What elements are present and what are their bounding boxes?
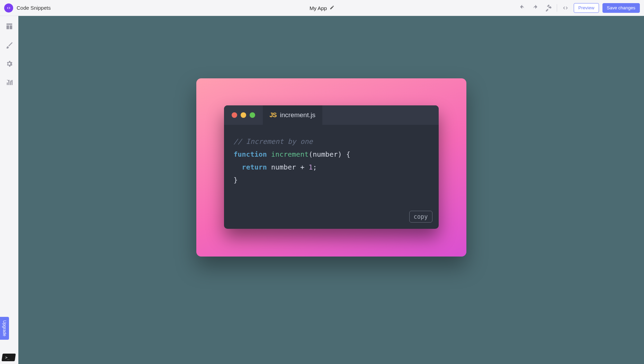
kw-return: return [242,163,267,171]
param: number [313,150,338,158]
brush-icon[interactable] [4,40,15,51]
code-window: JS increment.js // Increment by one func… [224,105,439,229]
return-lhs: number [271,163,296,171]
analytics-icon[interactable] [4,77,15,88]
code-body[interactable]: // Increment by one function increment(n… [224,125,439,229]
op-plus: + [296,163,308,171]
traffic-light-zoom-icon [250,112,255,118]
paren-open: ( [308,150,313,158]
file-name: increment.js [280,111,315,119]
save-button[interactable]: Save changes [602,3,640,13]
hammer-button[interactable] [544,3,553,13]
window-traffic-lights [232,112,255,118]
app-title: Code Snippets [17,5,51,11]
toolbar-divider [557,4,557,12]
num-one: 1 [308,163,313,171]
paren-close-brace: ) { [338,150,350,158]
kw-function: function [234,150,267,158]
design-canvas[interactable]: JS increment.js // Increment by one func… [18,16,644,364]
data-grid-icon[interactable] [4,21,15,32]
brace-close: } [234,176,238,184]
undo-button[interactable] [517,3,527,13]
copy-button[interactable]: copy [409,211,432,223]
code-window-titlebar: JS increment.js [224,105,439,125]
edit-pencil-icon[interactable] [330,5,334,11]
topbar-right: Preview Save changes [517,3,640,13]
project-name: My App [310,5,327,11]
topbar-left: Code Snippets [4,3,51,12]
traffic-light-close-icon [232,112,237,118]
preview-button[interactable]: Preview [574,3,599,13]
code-comment: // Increment by one [234,137,313,146]
code-toggle-button[interactable] [561,3,570,13]
settings-icon[interactable] [4,58,15,69]
fn-name: increment [271,150,308,158]
console-toggle-button[interactable]: >_ [1,354,16,361]
left-sidebar: Upgrade >_ [0,16,18,364]
redo-button[interactable] [530,3,540,13]
snippet-card[interactable]: JS increment.js // Increment by one func… [196,78,466,257]
main-area: Upgrade >_ JS increment.js // Increme [0,16,644,364]
upgrade-button[interactable]: Upgrade [0,317,9,340]
traffic-light-minimize-icon [241,112,246,118]
top-bar: Code Snippets My App Preview Save change… [0,0,644,16]
project-name-group[interactable]: My App [310,5,334,11]
app-logo-icon [4,3,13,12]
js-file-icon: JS [270,112,277,119]
semicolon: ; [313,163,317,171]
file-tab[interactable]: JS increment.js [263,105,322,125]
